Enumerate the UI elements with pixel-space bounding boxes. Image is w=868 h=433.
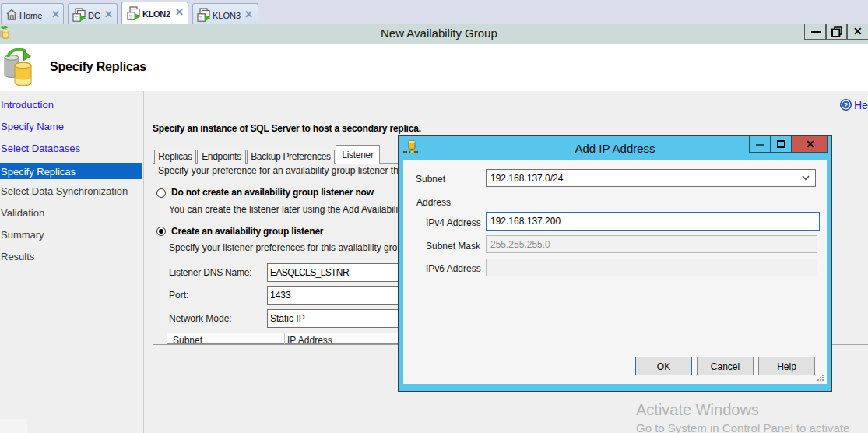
svg-text:?: ?: [844, 100, 849, 109]
